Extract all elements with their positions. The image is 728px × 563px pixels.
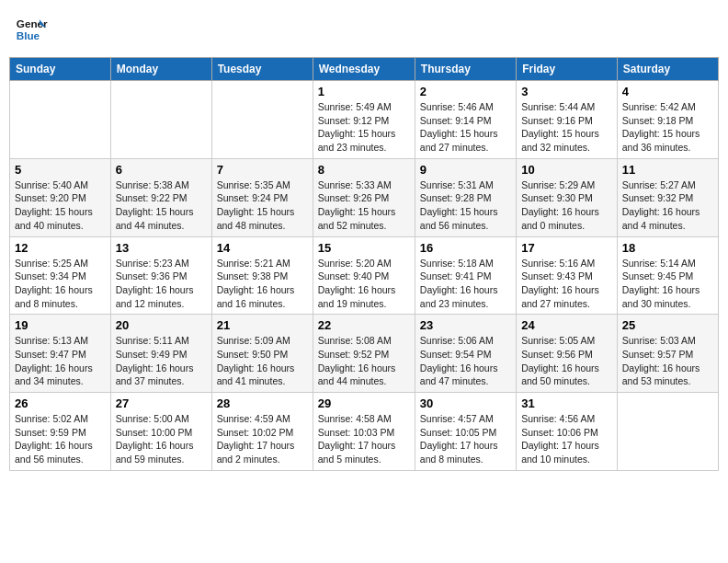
day-info: Sunrise: 5:18 AM Sunset: 9:41 PM Dayligh…	[420, 257, 511, 311]
calendar-cell: 20Sunrise: 5:11 AM Sunset: 9:49 PM Dayli…	[110, 315, 211, 393]
day-number: 5	[15, 163, 106, 177]
day-info: Sunrise: 4:57 AM Sunset: 10:05 PM Daylig…	[420, 412, 511, 466]
calendar-cell: 18Sunrise: 5:14 AM Sunset: 9:45 PM Dayli…	[617, 236, 718, 315]
day-info: Sunrise: 5:11 AM Sunset: 9:49 PM Dayligh…	[116, 334, 207, 388]
calendar-cell: 15Sunrise: 5:20 AM Sunset: 9:40 PM Dayli…	[313, 236, 415, 315]
calendar-week-row: 5Sunrise: 5:40 AM Sunset: 9:20 PM Daylig…	[10, 158, 719, 236]
day-info: Sunrise: 5:03 AM Sunset: 9:57 PM Dayligh…	[622, 334, 713, 388]
day-number: 23	[420, 318, 511, 332]
day-number: 28	[217, 396, 308, 410]
calendar-cell: 7Sunrise: 5:35 AM Sunset: 9:24 PM Daylig…	[211, 158, 313, 236]
day-header-thursday: Thursday	[415, 58, 516, 81]
calendar-week-row: 1Sunrise: 5:49 AM Sunset: 9:12 PM Daylig…	[10, 81, 719, 159]
calendar-cell: 21Sunrise: 5:09 AM Sunset: 9:50 PM Dayli…	[211, 315, 313, 393]
calendar-week-row: 12Sunrise: 5:25 AM Sunset: 9:34 PM Dayli…	[10, 236, 719, 315]
calendar-cell	[211, 81, 313, 159]
day-number: 11	[622, 163, 713, 177]
day-number: 30	[420, 396, 511, 410]
calendar-cell: 25Sunrise: 5:03 AM Sunset: 9:57 PM Dayli…	[617, 315, 718, 393]
calendar-cell: 17Sunrise: 5:16 AM Sunset: 9:43 PM Dayli…	[517, 236, 618, 315]
calendar-cell: 3Sunrise: 5:44 AM Sunset: 9:16 PM Daylig…	[517, 81, 618, 159]
calendar-cell: 30Sunrise: 4:57 AM Sunset: 10:05 PM Dayl…	[415, 393, 516, 471]
day-number: 3	[521, 85, 612, 98]
day-number: 14	[217, 241, 308, 255]
day-info: Sunrise: 5:49 AM Sunset: 9:12 PM Dayligh…	[318, 100, 410, 155]
calendar-table: SundayMondayTuesdayWednesdayThursdayFrid…	[9, 57, 719, 471]
day-info: Sunrise: 5:20 AM Sunset: 9:40 PM Dayligh…	[318, 257, 410, 311]
day-number: 29	[318, 396, 410, 410]
day-info: Sunrise: 5:25 AM Sunset: 9:34 PM Dayligh…	[15, 257, 106, 311]
day-info: Sunrise: 5:27 AM Sunset: 9:32 PM Dayligh…	[622, 178, 713, 233]
day-number: 26	[15, 396, 106, 410]
calendar-cell: 23Sunrise: 5:06 AM Sunset: 9:54 PM Dayli…	[415, 315, 516, 393]
calendar-cell: 11Sunrise: 5:27 AM Sunset: 9:32 PM Dayli…	[617, 158, 718, 236]
calendar-cell: 12Sunrise: 5:25 AM Sunset: 9:34 PM Dayli…	[10, 236, 111, 315]
day-info: Sunrise: 5:08 AM Sunset: 9:52 PM Dayligh…	[318, 334, 410, 388]
day-info: Sunrise: 5:46 AM Sunset: 9:14 PM Dayligh…	[420, 100, 511, 155]
calendar-cell: 6Sunrise: 5:38 AM Sunset: 9:22 PM Daylig…	[110, 158, 211, 236]
day-number: 22	[318, 318, 410, 332]
day-number: 15	[318, 241, 410, 255]
day-info: Sunrise: 5:02 AM Sunset: 9:59 PM Dayligh…	[15, 412, 106, 466]
day-info: Sunrise: 5:00 AM Sunset: 10:00 PM Daylig…	[116, 412, 207, 466]
day-number: 10	[521, 163, 612, 177]
day-info: Sunrise: 5:42 AM Sunset: 9:18 PM Dayligh…	[622, 100, 713, 155]
svg-text:General: General	[17, 17, 48, 29]
day-number: 1	[318, 85, 410, 98]
day-info: Sunrise: 5:13 AM Sunset: 9:47 PM Dayligh…	[15, 334, 106, 388]
calendar-cell	[617, 393, 718, 471]
day-number: 7	[217, 163, 308, 177]
day-number: 27	[116, 396, 207, 410]
day-info: Sunrise: 5:14 AM Sunset: 9:45 PM Dayligh…	[622, 257, 713, 311]
day-number: 9	[420, 163, 511, 177]
day-number: 21	[217, 318, 308, 332]
calendar-cell: 10Sunrise: 5:29 AM Sunset: 9:30 PM Dayli…	[517, 158, 618, 236]
day-number: 25	[622, 318, 713, 332]
day-info: Sunrise: 5:31 AM Sunset: 9:28 PM Dayligh…	[420, 178, 511, 233]
page-header: General Blue	[9, 9, 719, 50]
day-number: 8	[318, 163, 410, 177]
calendar-cell: 9Sunrise: 5:31 AM Sunset: 9:28 PM Daylig…	[415, 158, 516, 236]
day-number: 24	[521, 318, 612, 332]
calendar-cell: 24Sunrise: 5:05 AM Sunset: 9:56 PM Dayli…	[517, 315, 618, 393]
day-info: Sunrise: 5:09 AM Sunset: 9:50 PM Dayligh…	[217, 334, 308, 388]
day-number: 12	[15, 241, 106, 255]
calendar-cell: 27Sunrise: 5:00 AM Sunset: 10:00 PM Dayl…	[110, 393, 211, 471]
calendar-cell: 31Sunrise: 4:56 AM Sunset: 10:06 PM Dayl…	[517, 393, 618, 471]
day-info: Sunrise: 5:44 AM Sunset: 9:16 PM Dayligh…	[521, 100, 612, 155]
calendar-cell	[110, 81, 211, 159]
day-info: Sunrise: 4:58 AM Sunset: 10:03 PM Daylig…	[318, 412, 410, 466]
calendar-cell: 19Sunrise: 5:13 AM Sunset: 9:47 PM Dayli…	[10, 315, 111, 393]
day-info: Sunrise: 4:56 AM Sunset: 10:06 PM Daylig…	[521, 412, 612, 466]
day-header-sunday: Sunday	[10, 58, 111, 81]
day-number: 13	[116, 241, 207, 255]
calendar-cell: 28Sunrise: 4:59 AM Sunset: 10:02 PM Dayl…	[211, 393, 313, 471]
day-number: 18	[622, 241, 713, 255]
calendar-cell: 2Sunrise: 5:46 AM Sunset: 9:14 PM Daylig…	[415, 81, 516, 159]
day-number: 16	[420, 241, 511, 255]
calendar-cell: 13Sunrise: 5:23 AM Sunset: 9:36 PM Dayli…	[110, 236, 211, 315]
calendar-week-row: 19Sunrise: 5:13 AM Sunset: 9:47 PM Dayli…	[10, 315, 719, 393]
calendar-cell: 1Sunrise: 5:49 AM Sunset: 9:12 PM Daylig…	[313, 81, 415, 159]
day-info: Sunrise: 5:05 AM Sunset: 9:56 PM Dayligh…	[521, 334, 612, 388]
day-info: Sunrise: 5:38 AM Sunset: 9:22 PM Dayligh…	[116, 178, 207, 233]
day-info: Sunrise: 5:40 AM Sunset: 9:20 PM Dayligh…	[15, 178, 106, 233]
calendar-cell: 8Sunrise: 5:33 AM Sunset: 9:26 PM Daylig…	[313, 158, 415, 236]
day-header-friday: Friday	[517, 58, 618, 81]
day-info: Sunrise: 5:35 AM Sunset: 9:24 PM Dayligh…	[217, 178, 308, 233]
day-number: 31	[521, 396, 612, 410]
day-header-saturday: Saturday	[617, 58, 718, 81]
logo: General Blue	[15, 13, 48, 46]
calendar-cell: 26Sunrise: 5:02 AM Sunset: 9:59 PM Dayli…	[10, 393, 111, 471]
day-info: Sunrise: 5:06 AM Sunset: 9:54 PM Dayligh…	[420, 334, 511, 388]
day-number: 20	[116, 318, 207, 332]
logo-icon: General Blue	[15, 13, 48, 46]
day-number: 2	[420, 85, 511, 98]
day-info: Sunrise: 5:16 AM Sunset: 9:43 PM Dayligh…	[521, 257, 612, 311]
calendar-header-row: SundayMondayTuesdayWednesdayThursdayFrid…	[10, 58, 719, 81]
day-header-wednesday: Wednesday	[313, 58, 415, 81]
day-header-monday: Monday	[110, 58, 211, 81]
calendar-cell: 29Sunrise: 4:58 AM Sunset: 10:03 PM Dayl…	[313, 393, 415, 471]
day-header-tuesday: Tuesday	[211, 58, 313, 81]
calendar-cell	[10, 81, 111, 159]
